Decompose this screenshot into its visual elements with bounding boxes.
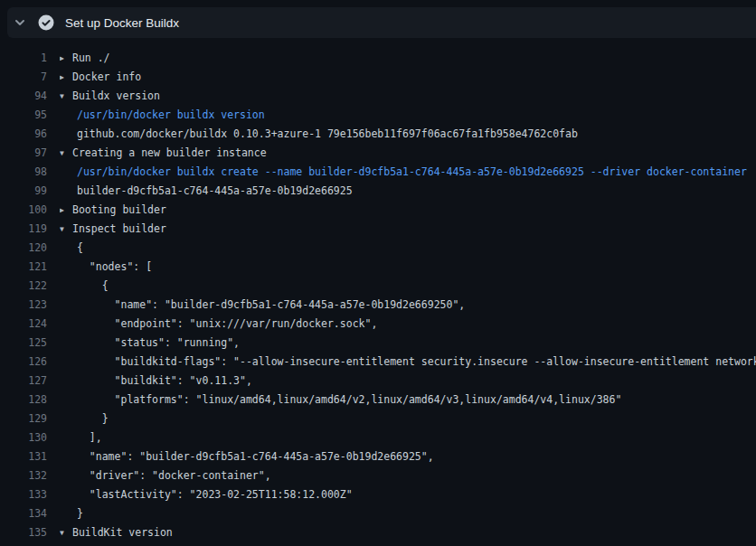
log-group-header[interactable]: ▼Creating a new builder instance <box>60 144 267 163</box>
line-number[interactable]: 134 <box>0 504 47 523</box>
line-number[interactable]: 131 <box>0 447 47 466</box>
log-group-title: Run ./ <box>72 52 110 64</box>
log-line: 122 { <box>0 277 756 296</box>
line-number[interactable]: 123 <box>0 296 47 315</box>
log-line: 7▶Docker info <box>0 68 756 87</box>
log-line: 135▼BuildKit version <box>0 523 756 542</box>
log-line: 133 "lastActivity": "2023-02-25T11:58:12… <box>0 485 756 504</box>
log-text: builder-d9cfb5a1-c764-445a-a57e-0b19d2e6… <box>60 542 415 546</box>
line-number[interactable]: 94 <box>0 87 47 106</box>
line-number[interactable]: 7 <box>0 68 47 87</box>
log-line: 99builder-d9cfb5a1-c764-445a-a57e-0b19d2… <box>0 182 756 201</box>
log-line: 96github.com/docker/buildx 0.10.3+azure-… <box>0 125 756 144</box>
line-number[interactable]: 96 <box>0 125 47 144</box>
log-text: "platforms": "linux/amd64,linux/amd64/v2… <box>60 391 621 410</box>
log-group-title: BuildKit version <box>72 526 173 539</box>
log-text: { <box>60 277 109 296</box>
line-number[interactable]: 125 <box>0 334 47 353</box>
line-number[interactable]: 98 <box>0 163 47 182</box>
log-group-header[interactable]: ▼Buildx version <box>60 87 160 106</box>
log-command-text: /usr/bin/docker buildx create --name bui… <box>60 163 747 182</box>
log-line: 126 "buildkitd-flags": "--allow-insecure… <box>0 353 756 372</box>
log-line: 121 "nodes": [ <box>0 258 756 277</box>
line-number[interactable]: 126 <box>0 353 47 372</box>
log-line: 1▶Run ./ <box>0 49 756 68</box>
log-line: 128 "platforms": "linux/amd64,linux/amd6… <box>0 391 756 410</box>
log-group-title: Creating a new builder instance <box>72 146 267 159</box>
log-group-header[interactable]: ▶Run ./ <box>60 49 110 68</box>
log-line: 97▼Creating a new builder instance <box>0 144 756 163</box>
log-line: 98/usr/bin/docker buildx create --name b… <box>0 163 756 182</box>
triangle-right-icon: ▶ <box>60 201 72 220</box>
line-number[interactable]: 119 <box>0 220 47 239</box>
log-text: "buildkitd-flags": "--allow-insecure-ent… <box>60 353 756 372</box>
line-number[interactable]: 1 <box>0 49 47 68</box>
log-group-title: Inspect builder <box>72 222 166 235</box>
log-text: } <box>60 410 109 428</box>
log-group-title: Booting builder <box>72 203 166 216</box>
log-line: 132 "driver": "docker-container", <box>0 466 756 485</box>
log-group-title: Docker info <box>72 71 141 83</box>
log-text: "name": "builder-d9cfb5a1-c764-445a-a57e… <box>60 296 465 315</box>
log-group-header[interactable]: ▶Booting builder <box>60 201 166 220</box>
log-text: "name": "builder-d9cfb5a1-c764-445a-a57e… <box>60 447 434 466</box>
triangle-down-icon: ▼ <box>60 523 72 542</box>
triangle-right-icon: ▶ <box>60 49 72 68</box>
log-line: 125 "status": "running", <box>0 334 756 353</box>
line-number[interactable]: 127 <box>0 372 47 391</box>
log-command-text: /usr/bin/docker buildx version <box>60 106 265 125</box>
triangle-down-icon: ▼ <box>60 220 72 239</box>
log-line: 123 "name": "builder-d9cfb5a1-c764-445a-… <box>0 296 756 315</box>
chevron-down-icon[interactable] <box>13 15 27 30</box>
log-line: 129 } <box>0 410 756 428</box>
log-line: 94▼Buildx version <box>0 87 756 106</box>
check-circle-icon <box>38 14 54 31</box>
log-line: 119▼Inspect builder <box>0 220 756 239</box>
log-text: "buildkit": "v0.11.3", <box>60 372 252 391</box>
line-number[interactable]: 130 <box>0 428 47 447</box>
step-header[interactable]: Set up Docker Buildx <box>7 7 756 38</box>
line-number[interactable]: 136 <box>0 542 47 546</box>
line-number[interactable]: 135 <box>0 523 47 542</box>
log-text: "endpoint": "unix:///var/run/docker.sock… <box>60 315 377 334</box>
line-number[interactable]: 124 <box>0 315 47 334</box>
line-number[interactable]: 97 <box>0 144 47 163</box>
log-text: "driver": "docker-container", <box>60 466 271 485</box>
log-text: { <box>60 239 83 258</box>
line-number[interactable]: 132 <box>0 466 47 485</box>
line-number[interactable]: 128 <box>0 391 47 410</box>
log-line: 131 "name": "builder-d9cfb5a1-c764-445a-… <box>0 447 756 466</box>
log-line: 95/usr/bin/docker buildx version <box>0 106 756 125</box>
triangle-down-icon: ▼ <box>60 144 72 163</box>
log-group-header[interactable]: ▶Docker info <box>60 68 141 87</box>
log-lines: 1▶Run ./7▶Docker info94▼Buildx version95… <box>0 40 756 546</box>
log-line: 120{ <box>0 239 756 258</box>
log-group-header[interactable]: ▼Inspect builder <box>60 220 166 239</box>
log-line: 100▶Booting builder <box>0 201 756 220</box>
line-number[interactable]: 120 <box>0 239 47 258</box>
log-line: 136builder-d9cfb5a1-c764-445a-a57e-0b19d… <box>0 542 756 546</box>
log-text: "status": "running", <box>60 334 240 353</box>
line-number[interactable]: 122 <box>0 277 47 296</box>
log-line: 124 "endpoint": "unix:///var/run/docker.… <box>0 315 756 334</box>
log-text: builder-d9cfb5a1-c764-445a-a57e-0b19d2e6… <box>60 182 353 201</box>
log-text: "lastActivity": "2023-02-25T11:58:12.000… <box>60 485 353 504</box>
log-line: 127 "buildkit": "v0.11.3", <box>0 372 756 391</box>
line-number[interactable]: 99 <box>0 182 47 201</box>
line-number[interactable]: 133 <box>0 485 47 504</box>
log-text: } <box>60 504 83 523</box>
log-line: 130 ], <box>0 428 756 447</box>
line-number[interactable]: 121 <box>0 258 47 277</box>
line-number[interactable]: 129 <box>0 410 47 428</box>
log-group-header[interactable]: ▼BuildKit version <box>60 523 173 542</box>
step-title: Set up Docker Buildx <box>65 16 179 30</box>
log-text: ], <box>60 428 102 447</box>
log-line: 134} <box>0 504 756 523</box>
triangle-right-icon: ▶ <box>60 68 72 87</box>
line-number[interactable]: 95 <box>0 106 47 125</box>
triangle-down-icon: ▼ <box>60 87 72 106</box>
log-text: "nodes": [ <box>60 258 152 277</box>
log-text: github.com/docker/buildx 0.10.3+azure-1 … <box>60 125 578 144</box>
line-number[interactable]: 100 <box>0 201 47 220</box>
log-group-title: Buildx version <box>72 89 160 102</box>
